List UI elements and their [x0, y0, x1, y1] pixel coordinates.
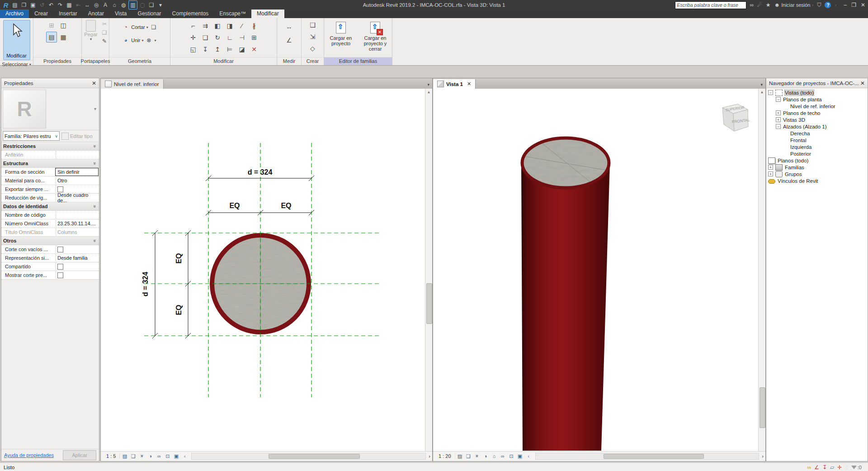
- apply-button[interactable]: Aplicar: [63, 450, 96, 460]
- tree-expander-icon[interactable]: [776, 117, 781, 122]
- viewcube[interactable]: SUPERIOR FRONTAL: [716, 99, 752, 137]
- ribbon-tab[interactable]: Anotar: [83, 10, 109, 18]
- split-element-icon[interactable]: ∕: [237, 21, 247, 31]
- checkbox[interactable]: [57, 247, 63, 252]
- shadows-icon[interactable]: ◑: [482, 452, 490, 460]
- tree-item[interactable]: Posterior: [766, 150, 868, 157]
- property-value[interactable]: [56, 186, 98, 193]
- diamond-small-icon[interactable]: ◇: [308, 43, 318, 53]
- app-store-cart-icon[interactable]: ⛉: [817, 2, 821, 8]
- scroll-right-icon[interactable]: ›: [762, 453, 764, 459]
- dimension-text-eq[interactable]: EQ: [281, 202, 291, 209]
- property-value[interactable]: Otro: [56, 177, 98, 184]
- help-icon[interactable]: ?: [825, 2, 831, 8]
- select-links-icon[interactable]: ∞: [807, 464, 811, 471]
- property-value[interactable]: [56, 271, 98, 279]
- property-row[interactable]: Otros »: [1, 237, 99, 245]
- sun-path-off-icon[interactable]: ☀: [473, 452, 481, 460]
- dimension-text-eq[interactable]: EQ: [175, 304, 183, 315]
- detail-level-icon[interactable]: ▨: [121, 452, 128, 460]
- property-value[interactable]: [56, 246, 98, 253]
- default-3d-view-icon[interactable]: ⌂: [110, 1, 118, 9]
- panel-label-select[interactable]: Seleccionar ▾: [0, 60, 33, 68]
- search-icon[interactable]: ∞: [750, 2, 754, 8]
- split-face-icon[interactable]: ◪: [237, 44, 247, 54]
- trim-extend-single-icon[interactable]: ⊣: [237, 33, 247, 43]
- tree-item[interactable]: Frontal: [766, 137, 868, 143]
- property-row[interactable]: Estructura »: [1, 159, 99, 168]
- unpin-icon[interactable]: ↥: [212, 44, 222, 54]
- ribbon-tab[interactable]: Modificar: [251, 10, 284, 18]
- property-row[interactable]: Representación si... » Desde familia: [1, 254, 99, 262]
- minimize-button[interactable]: –: [844, 2, 847, 8]
- sun-path-icon[interactable]: ☀: [138, 452, 146, 460]
- edit-type-button[interactable]: Editar tipo: [61, 133, 93, 140]
- select-pinned-icon[interactable]: ↧: [822, 464, 827, 471]
- render-icon[interactable]: ◍: [119, 1, 127, 9]
- column-cylinder-body[interactable]: [521, 163, 610, 451]
- array-icon[interactable]: ⊞: [249, 33, 259, 43]
- properties-palette-header[interactable]: Propiedades ✕: [1, 78, 99, 88]
- project-properties-icon[interactable]: ▤: [11, 1, 19, 9]
- dimension-text-diameter-h[interactable]: d = 324: [248, 168, 273, 176]
- angular-dimension-icon[interactable]: ∠: [284, 35, 294, 45]
- scroll-right-icon[interactable]: ›: [429, 453, 430, 459]
- tree-item[interactable]: Grupos: [766, 171, 868, 177]
- aligned-dimension-icon[interactable]: ↔: [83, 1, 91, 9]
- tree-item[interactable]: Izquierda: [766, 143, 868, 150]
- paste-button[interactable]: Pegar ▾: [82, 20, 99, 45]
- offset-icon[interactable]: ⇉: [200, 21, 210, 31]
- mirror-pick-axis-icon[interactable]: ◧: [212, 21, 222, 31]
- tab-list-dropdown-icon[interactable]: ▾: [427, 82, 432, 89]
- tree-item[interactable]: Planos de planta: [766, 96, 868, 103]
- tree-expander-icon[interactable]: [768, 90, 773, 95]
- measure-length-icon[interactable]: ↔: [284, 22, 294, 32]
- property-value[interactable]: [56, 211, 98, 219]
- load-into-project-and-close-button[interactable]: ⇧✕ Cargar en proyecto y cerrar: [359, 20, 392, 52]
- tree-expander-icon[interactable]: [776, 97, 781, 102]
- property-value[interactable]: Desde familia: [56, 254, 98, 262]
- properties-help-link[interactable]: Ayuda de propiedades: [4, 452, 54, 458]
- help-dropdown-icon[interactable]: ▾: [835, 3, 836, 7]
- tree-item[interactable]: Vistas 3D: [766, 116, 868, 123]
- tree-item[interactable]: Vínculos de Revit: [766, 177, 868, 184]
- collapse-bar-icon[interactable]: ‹: [181, 452, 189, 460]
- properties-toggle-icon[interactable]: ▤: [46, 32, 57, 43]
- open-icon[interactable]: ❒: [20, 1, 28, 9]
- property-row[interactable]: Datos de identidad »: [1, 202, 99, 211]
- transfer-small-icon[interactable]: ⇲: [308, 32, 318, 42]
- print-icon[interactable]: ▦: [65, 1, 73, 9]
- scrollbar-thumb[interactable]: [269, 454, 360, 459]
- close-icon[interactable]: ✕: [467, 81, 471, 87]
- customize-qat-icon[interactable]: ▾: [156, 1, 165, 9]
- view3d-tab[interactable]: Vista 1 ✕: [433, 79, 476, 89]
- property-row[interactable]: Corte con vacíos ... »: [1, 245, 99, 254]
- select-by-face-icon[interactable]: ▱: [830, 464, 834, 471]
- match-type-icon[interactable]: ✎: [100, 37, 108, 45]
- property-value[interactable]: Sin definir: [56, 168, 98, 176]
- view-scale-button[interactable]: 1 : 20: [435, 453, 455, 459]
- tree-item[interactable]: Vistas (todo): [766, 89, 868, 96]
- ribbon-tab[interactable]: Vista: [109, 10, 132, 18]
- undo-icon[interactable]: ↶: [47, 1, 55, 9]
- modify-tool-button[interactable]: Modificar: [3, 20, 30, 60]
- background-processes-icon[interactable]: ◌: [845, 464, 848, 471]
- show-crop-region-icon[interactable]: ▣: [172, 452, 180, 460]
- property-value[interactable]: [56, 151, 98, 158]
- temporary-hide-isolate-icon[interactable]: ∞: [155, 452, 163, 460]
- chevron-down-icon[interactable]: ▾: [142, 38, 143, 43]
- scroll-up-icon[interactable]: ▲: [427, 89, 431, 95]
- thin-lines-icon[interactable]: ▥: [128, 0, 137, 10]
- horizontal-scrollbar[interactable]: [535, 453, 760, 460]
- scrollbar-thumb[interactable]: [426, 283, 432, 324]
- collapse-chevron-icon[interactable]: »: [92, 162, 98, 165]
- scale-icon[interactable]: ◱: [188, 44, 198, 54]
- property-row[interactable]: Compartido »: [1, 262, 99, 271]
- type-selector-combo[interactable]: Familia: Pilares estru ∨: [3, 131, 60, 141]
- text-icon[interactable]: A: [101, 1, 109, 9]
- close-button[interactable]: ✕: [861, 2, 865, 8]
- property-row[interactable]: Anfitrión »: [1, 151, 99, 159]
- tree-item[interactable]: Alzados (Alzado 1): [766, 123, 868, 130]
- crop-view-icon[interactable]: ⊡: [164, 452, 171, 460]
- chevron-down-icon[interactable]: ▾: [146, 25, 148, 29]
